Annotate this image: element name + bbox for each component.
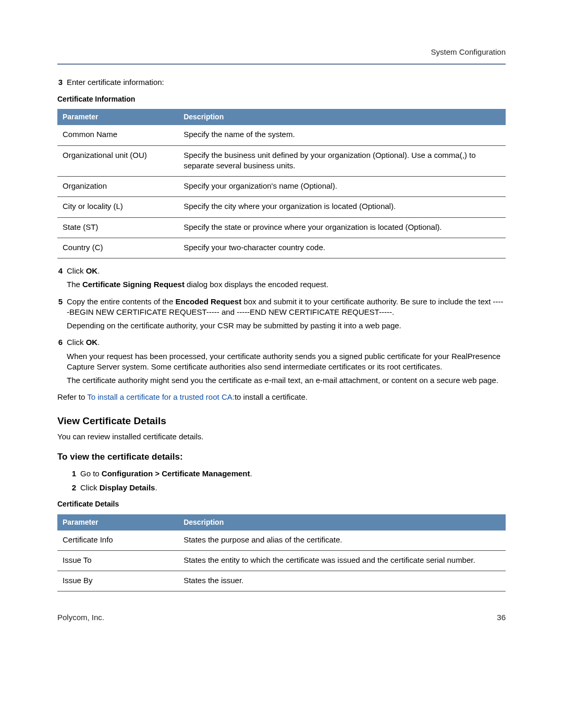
table-row: State (ST) Specify the state or province… — [57, 217, 506, 238]
cell-desc: Specify the city where your organization… — [178, 197, 506, 217]
text: Click — [80, 483, 100, 492]
table-row: Organizational unit (OU) Specify the bus… — [57, 145, 506, 177]
cell-desc: Specify your organization's name (Option… — [178, 177, 506, 197]
step-line: Click OK. — [67, 266, 506, 276]
bold: Certificate Signing Request — [82, 280, 185, 289]
text: dialog box displays the encoded request. — [185, 280, 328, 289]
step-line: The Certificate Signing Request dialog b… — [67, 279, 506, 290]
table-header-row: Parameter Description — [57, 514, 506, 530]
view-intro: You can review installed certificate det… — [57, 431, 506, 442]
text: . — [97, 338, 100, 347]
cell-param: Organizational unit (OU) — [57, 145, 178, 177]
step-3: 3 Enter certificate information: — [57, 77, 506, 88]
col-parameter: Parameter — [57, 109, 178, 125]
text: The — [67, 280, 82, 289]
cell-param: City or locality (L) — [57, 197, 178, 217]
table-row: Country (C) Specify your two-character c… — [57, 238, 506, 258]
footer-page-number: 36 — [497, 612, 506, 623]
text: Copy the entire contents of the — [67, 297, 175, 306]
text: to install a certificate. — [235, 392, 308, 401]
step-number: 5 — [57, 297, 67, 307]
step-number: 2 — [71, 483, 80, 493]
step-number: 6 — [57, 337, 67, 348]
step-body: Go to Configuration > Certificate Manage… — [80, 468, 506, 479]
cell-desc: Specify the business unit defined by you… — [178, 145, 506, 177]
procedure-b: 1 Go to Configuration > Certificate Mana… — [57, 468, 506, 493]
cell-param: Certificate Info — [57, 530, 178, 551]
text: Click — [67, 338, 86, 347]
cell-param: Country (C) — [57, 238, 178, 258]
step-body: Click OK. When your request has been pro… — [67, 337, 506, 389]
procedure-a-cont: 4 Click OK. The Certificate Signing Requ… — [57, 266, 506, 389]
table-row: City or locality (L) Specify the city wh… — [57, 197, 506, 217]
step-2: 2 Click Display Details. — [71, 483, 506, 493]
step-line: Click OK. — [67, 337, 506, 348]
view-procedure-title: To view the certificate details: — [57, 451, 506, 463]
bold: OK — [86, 338, 98, 347]
step-number: 4 — [57, 266, 67, 276]
table-header-row: Parameter Description — [57, 109, 506, 125]
procedure-b-list: 1 Go to Configuration > Certificate Mana… — [71, 468, 506, 493]
bold: Encoded Request — [175, 297, 241, 306]
text: . — [97, 266, 100, 275]
cell-desc: States the issuer. — [178, 571, 506, 591]
step-4: 4 Click OK. The Certificate Signing Requ… — [57, 266, 506, 293]
cell-param: Issue By — [57, 571, 178, 591]
bold: OK — [86, 266, 98, 275]
footer-left: Polycom, Inc. — [57, 612, 104, 623]
table-row: Certificate Info States the purpose and … — [57, 530, 506, 551]
cell-param: State (ST) — [57, 217, 178, 238]
step-number: 3 — [57, 77, 67, 88]
cell-desc: States the purpose and alias of the cert… — [178, 530, 506, 551]
step-line: The certificate authority might send you… — [67, 375, 506, 386]
cell-param: Organization — [57, 177, 178, 197]
step-number: 1 — [71, 468, 80, 479]
text: Click — [67, 266, 86, 275]
bold: Configuration > Certificate Management — [102, 469, 250, 478]
bold: Display Details — [100, 483, 155, 492]
step-text: Enter certificate information: — [67, 77, 506, 88]
table-row: Issue To States the entity to which the … — [57, 550, 506, 571]
table2-caption: Certificate Details — [57, 499, 506, 509]
step-6: 6 Click OK. When your request has been p… — [57, 337, 506, 389]
certificate-details-table: Parameter Description Certificate Info S… — [57, 514, 506, 592]
cell-desc: Specify your two-character country code. — [178, 238, 506, 258]
step-5: 5 Copy the entire contents of the Encode… — [57, 297, 506, 335]
view-cert-details-heading: View Certificate Details — [57, 414, 506, 428]
cell-desc: Specify the name of the system. — [178, 125, 506, 145]
certificate-information-table: Parameter Description Common Name Specif… — [57, 109, 506, 258]
text: . — [155, 483, 157, 492]
header-chapter: System Configuration — [57, 47, 506, 57]
table-row: Common Name Specify the name of the syst… — [57, 125, 506, 145]
step-body: Click OK. The Certificate Signing Reques… — [67, 266, 506, 293]
cell-param: Issue To — [57, 550, 178, 571]
text: Refer to — [57, 392, 87, 401]
header-rule — [57, 64, 506, 65]
procedure-a: 3 Enter certificate information: — [57, 77, 506, 88]
text: Go to — [80, 469, 102, 478]
step-1: 1 Go to Configuration > Certificate Mana… — [71, 468, 506, 479]
col-parameter: Parameter — [57, 514, 178, 530]
step-body: Click Display Details. — [80, 483, 506, 493]
table1-caption: Certificate Information — [57, 94, 506, 104]
cell-param: Common Name — [57, 125, 178, 145]
page: System Configuration 3 Enter certificate… — [0, 0, 563, 655]
text: . — [250, 469, 252, 478]
col-description: Description — [178, 109, 506, 125]
step-line: Depending on the certificate authority, … — [67, 320, 506, 331]
step-line: When your request has been processed, yo… — [67, 351, 506, 373]
step-line: Copy the entire contents of the Encoded … — [67, 297, 506, 318]
table-row: Issue By States the issuer. — [57, 571, 506, 591]
install-cert-link[interactable]: To install a certificate for a trusted r… — [87, 392, 235, 401]
page-footer: Polycom, Inc. 36 — [57, 612, 506, 623]
cell-desc: States the entity to which the certifica… — [178, 550, 506, 571]
cell-desc: Specify the state or province where your… — [178, 217, 506, 238]
step-body: Copy the entire contents of the Encoded … — [67, 297, 506, 335]
refer-line: Refer to To install a certificate for a … — [57, 392, 506, 402]
table-row: Organization Specify your organization's… — [57, 177, 506, 197]
col-description: Description — [178, 514, 506, 530]
